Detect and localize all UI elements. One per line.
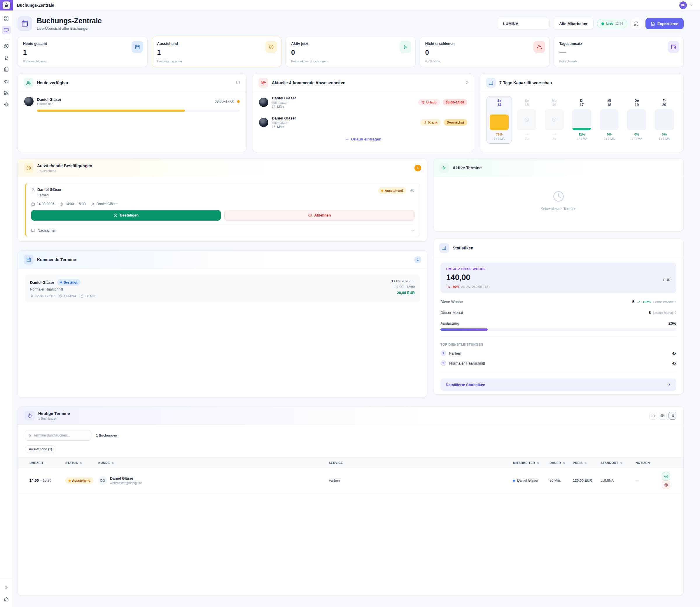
export-button[interactable]: Exportieren (645, 18, 684, 29)
day-label: So (515, 99, 538, 102)
award-icon (4, 55, 9, 60)
capacity-fill (572, 128, 591, 130)
dashboard-grid-icon (4, 16, 9, 21)
column-header-status[interactable]: STATUS ⇅ (63, 458, 96, 468)
confirm-row-button[interactable] (662, 472, 670, 481)
revenue-compare: vs. LW: 280,00 EUR (461, 285, 490, 289)
card-title: Statistiken (453, 246, 473, 250)
staff-filter-select[interactable]: Alle Mitarbeiter (553, 18, 594, 29)
column-header-price[interactable]: PREIS ⇅ (571, 458, 598, 468)
user-avatar[interactable]: DG (679, 1, 687, 9)
sidebar-expand-button[interactable] (2, 583, 11, 592)
week-compare: Letzte Woche: 3 (653, 300, 676, 304)
refresh-button[interactable] (631, 18, 642, 29)
day-date: 16 (543, 103, 565, 107)
pending-filter-chip[interactable]: Ausstehend (1) (25, 445, 56, 453)
sidebar-item-live-monitor[interactable] (2, 26, 11, 35)
qr-code-icon (4, 90, 9, 95)
cell-duration: 90 Min. (547, 468, 571, 493)
cell-notes: — (633, 468, 659, 493)
view-toggle-grid-button[interactable] (659, 412, 667, 420)
search-input[interactable] (34, 433, 88, 437)
capacity-day-mi[interactable]: Mi 18 0% 1 / 1 MA (597, 96, 622, 144)
absence-type-badge: Krank (420, 119, 441, 126)
detailed-statistics-button[interactable]: Detaillierte Statistiken (440, 379, 676, 391)
user-icon (91, 202, 95, 206)
day-date: 18 (598, 103, 620, 107)
column-header-duration[interactable]: DAUER ⇅ (547, 458, 571, 468)
location-filter-select[interactable]: LUMINA (497, 18, 549, 29)
sidebar-item-calendar[interactable] (2, 65, 11, 74)
month-stat-row: Dieser Monat 8 Letzter Monat: 0 (440, 310, 676, 315)
eye-icon[interactable] (410, 188, 415, 193)
cell-service: Färben (326, 468, 511, 493)
column-header-location[interactable]: STANDORT ⇅ (598, 458, 633, 468)
table-row[interactable]: 14:00 – 15:30 Ausstehend DG Daniel Gläse… (18, 468, 683, 493)
reject-button[interactable]: Ablehnen (224, 210, 415, 221)
upcoming-service: Normaler Haarschnitt (30, 287, 95, 291)
view-toggle-timeline-button[interactable] (649, 412, 657, 420)
top-services-label: TOP DIENSTLEISTUNGEN (440, 343, 676, 346)
sidebar-divider (3, 38, 10, 38)
gear-icon (4, 102, 9, 107)
column-header-time[interactable]: UHRZEIT ↑ (18, 458, 63, 468)
clock-icon (24, 163, 34, 173)
capacity-bar (517, 109, 536, 130)
sidebar-item-dashboard[interactable] (2, 14, 11, 23)
messages-toggle[interactable]: Nachrichten (31, 225, 415, 233)
view-toggle-list-button[interactable] (668, 412, 676, 420)
upcoming-appointment-item[interactable]: Daniel Gläser Bestätigt Normaler Haarsch… (25, 275, 420, 302)
export-file-icon (651, 22, 655, 26)
column-header-staff[interactable]: MITARBEITER ⇅ (511, 458, 547, 468)
app-logo[interactable] (0, 0, 13, 11)
user-menu-chevron-icon[interactable] (689, 3, 693, 7)
grid-icon (661, 414, 665, 418)
absence-type-label: Krank (428, 121, 438, 124)
confirm-button[interactable]: Bestätigen (31, 210, 221, 221)
service-rank: 1 (440, 350, 446, 356)
capacity-day-mo[interactable]: Mo 16 — Zu (542, 96, 567, 144)
chevron-right-icon (667, 383, 671, 387)
capacity-staff: Zu (543, 137, 565, 141)
sidebar-item-qr-codes[interactable] (2, 88, 11, 97)
day-label: Mo (543, 99, 565, 102)
day-date: 14 (488, 103, 511, 107)
closed-icon (524, 117, 529, 122)
customer-avatar: DG (98, 476, 107, 485)
sidebar-item-marketing[interactable] (2, 77, 11, 85)
capacity-day-do[interactable]: Do 19 0% 1 / 1 MA (624, 96, 649, 144)
staff-avatar (259, 118, 268, 127)
reject-row-button[interactable] (662, 481, 670, 489)
sidebar-item-settings[interactable] (2, 100, 11, 109)
map-pin-icon (59, 294, 62, 298)
sidebar-item-customers[interactable] (2, 42, 11, 50)
utilization-row: Auslastung 20% (440, 321, 676, 326)
revenue-currency: EUR (663, 278, 671, 282)
week-value: 5 (632, 299, 635, 304)
upcoming-staff: Daniel Gläser (35, 294, 55, 298)
page-title: Buchungs-Zentrale (37, 17, 102, 25)
column-header-customer[interactable]: KUNDE ⇅ (96, 458, 326, 468)
add-vacation-button[interactable]: Urlaub eintragen (253, 132, 474, 146)
capacity-day-so[interactable]: So 15 — Zu (514, 96, 539, 144)
sidebar-item-home[interactable] (2, 595, 11, 604)
trending-up-icon (637, 300, 640, 304)
absence-date: 16. März (272, 125, 296, 128)
week-stat-row: Diese Woche 5 +67% Letzte Woche: 3 (440, 299, 676, 304)
available-today-card: Heute verfügbar 1/1 Daniel Gläser Hairma… (18, 74, 246, 152)
add-vacation-label: Urlaub eintragen (351, 137, 381, 141)
capacity-day-sa[interactable]: Sa 14 75% 1 / 1 MA (486, 96, 512, 144)
capacity-pct: — (543, 132, 565, 136)
statistics-card: Statistiken UMSATZ DIESE WOCHE 140,00 EU… (433, 239, 684, 395)
capacity-day-di[interactable]: Di 17 11% 1 / 1 MA (569, 96, 595, 144)
monitor-icon (4, 28, 9, 33)
stat-sub: 0.7% Rate (425, 60, 544, 63)
day-progress-fill (37, 109, 185, 111)
check-circle-icon (664, 475, 668, 479)
weekly-revenue-panel: UMSATZ DIESE WOCHE 140,00 EUR -50% vs. L… (440, 263, 676, 293)
staff-filter-value: Alle Mitarbeiter (559, 22, 588, 26)
stat-label: Nicht erschienen (425, 42, 544, 46)
capacity-day-fr[interactable]: Fr 20 0% 1 / 1 MA (652, 96, 677, 144)
stat-sub: Kein Umsatz (559, 60, 678, 63)
sidebar-item-services[interactable] (2, 53, 11, 62)
